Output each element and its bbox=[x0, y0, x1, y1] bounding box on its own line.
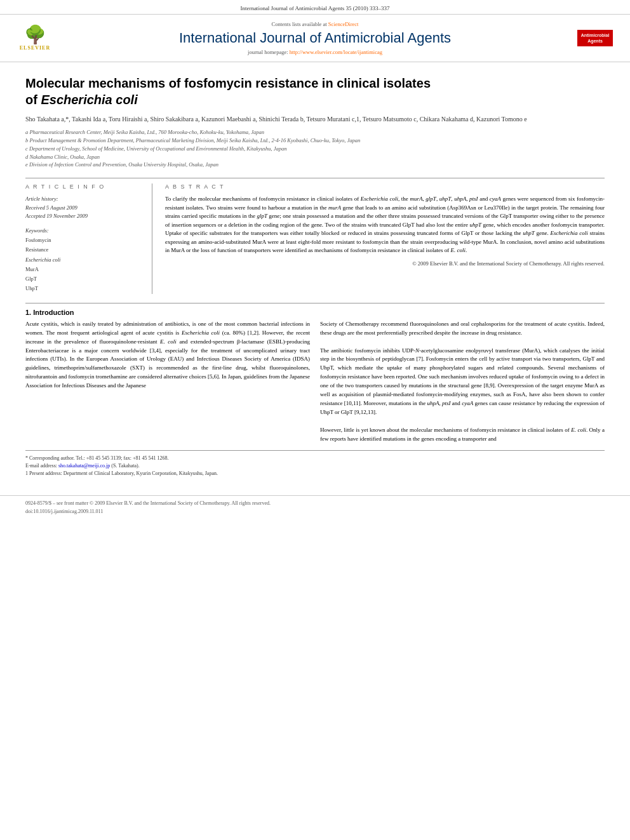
intro-left-text: Acute cystitis, which is easily treated … bbox=[25, 320, 310, 391]
elsevier-tree-icon: 🌳 bbox=[24, 26, 46, 44]
keywords-section: Keywords: Fosfomycin Resistance Escheric… bbox=[25, 227, 143, 294]
affiliation-c: c Department of Urology, School of Medic… bbox=[25, 145, 605, 153]
journal-badge: Antimicrobial Agents bbox=[573, 30, 617, 46]
elsevier-logo: 🌳 ELSEVIER bbox=[13, 26, 57, 51]
keyword-2: Resistance bbox=[25, 245, 143, 255]
abstract-label: A B S T R A C T bbox=[165, 183, 605, 190]
intro-left-col: Acute cystitis, which is easily treated … bbox=[25, 320, 310, 444]
affiliation-e: e Division of Infection Control and Prev… bbox=[25, 161, 605, 169]
article-info-label: A R T I C L E I N F O bbox=[25, 183, 143, 190]
body-divider bbox=[25, 303, 605, 303]
keyword-6: UhpT bbox=[25, 284, 143, 293]
elsevier-wordmark: ELSEVIER bbox=[20, 45, 50, 51]
doi-line: doi:10.1016/j.ijantimicag.2009.11.011 bbox=[25, 508, 605, 516]
footnote-email: E-mail address: sho.takahata@meiji.co.jp… bbox=[25, 462, 605, 470]
keyword-4: MurA bbox=[25, 265, 143, 274]
affiliations: a Pharmaceutical Research Center, Meiji … bbox=[25, 128, 605, 169]
article-title: Molecular mechanisms of fosfomycin resis… bbox=[25, 75, 605, 108]
keyword-5: GlpT bbox=[25, 274, 143, 284]
affiliation-a: a Pharmaceutical Research Center, Meiji … bbox=[25, 128, 605, 137]
keyword-1: Fosfomycin bbox=[25, 236, 143, 245]
article-history: Article history: Received 5 August 2009 … bbox=[25, 195, 143, 221]
intro-section: 1. Introduction Acute cystitis, which is… bbox=[25, 309, 605, 444]
issn-line: 0924-8579/$ – see front matter © 2009 El… bbox=[25, 500, 605, 508]
homepage-line: journal homepage: http://www.elsevier.co… bbox=[64, 49, 566, 55]
keyword-3: Escherichia coli bbox=[25, 255, 143, 265]
title-italic: Escherichia coli bbox=[41, 93, 137, 107]
footnote-present: 1 Present address: Department of Clinica… bbox=[25, 470, 605, 477]
journal-ref: International Journal of Antimicrobial A… bbox=[240, 5, 389, 11]
affiliation-b: b Product Management & Promotion Departm… bbox=[25, 137, 605, 145]
title-divider bbox=[25, 178, 605, 178]
top-header: International Journal of Antimicrobial A… bbox=[0, 0, 630, 15]
accepted-date: Accepted 19 November 2009 bbox=[25, 212, 143, 221]
journal-center: Contents lists available at ScienceDirec… bbox=[57, 21, 573, 55]
footnote-corresponding: * Corresponding author. Tel.: +81 45 545… bbox=[25, 455, 605, 462]
intro-right-col: Society of Chemotherapy recommend fluoro… bbox=[320, 320, 605, 444]
history-label: Article history: bbox=[25, 195, 143, 204]
abstract-body: To clarify the molecular mechanisms of f… bbox=[165, 195, 605, 255]
footnotes-area: * Corresponding author. Tel.: +81 45 545… bbox=[25, 450, 605, 477]
journal-title: International Journal of Antimicrobial A… bbox=[64, 30, 566, 46]
sciencedirect-link[interactable]: ScienceDirect bbox=[328, 21, 359, 27]
affiliation-d: d Nakahama Clinic, Osaka, Japan bbox=[25, 153, 605, 161]
keywords-label: Keywords: bbox=[25, 227, 143, 234]
intro-header: 1. Introduction bbox=[25, 309, 605, 316]
homepage-url[interactable]: http://www.elsevier.com/locate/ijantimic… bbox=[290, 49, 382, 55]
contents-line: Contents lists available at ScienceDirec… bbox=[64, 21, 566, 27]
email-address: sho.takahata@meiji.co.jp bbox=[58, 463, 110, 469]
bottom-bar: 0924-8579/$ – see front matter © 2009 El… bbox=[0, 495, 630, 520]
intro-right-text: Society of Chemotherapy recommend fluoro… bbox=[320, 320, 605, 444]
journal-banner: 🌳 ELSEVIER Contents lists available at S… bbox=[0, 15, 630, 62]
authors-line: Sho Takahata a,*, Takashi Ida a, Toru Hi… bbox=[25, 114, 605, 124]
badge-box: Antimicrobial Agents bbox=[577, 30, 613, 46]
abstract-col: A B S T R A C T To clarify the molecular… bbox=[165, 183, 605, 294]
received-date: Received 5 August 2009 bbox=[25, 204, 143, 213]
copyright-line: © 2009 Elsevier B.V. and the Internation… bbox=[165, 260, 605, 267]
article-info-col: A R T I C L E I N F O Article history: R… bbox=[25, 183, 152, 294]
